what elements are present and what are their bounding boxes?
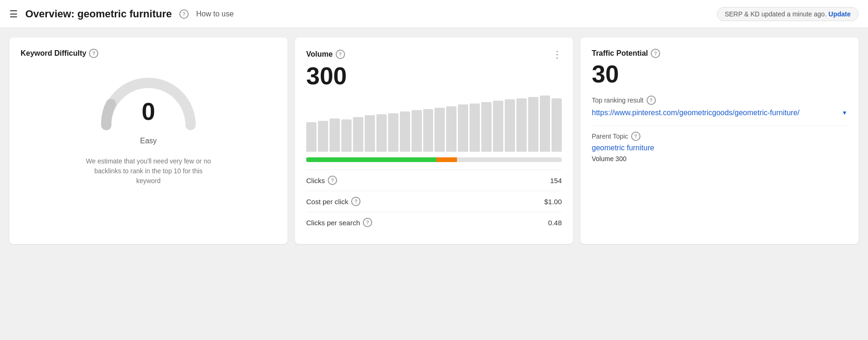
gauge-container: 0: [97, 71, 200, 132]
menu-icon[interactable]: ☰: [9, 8, 18, 20]
bar-chart-bar: [540, 96, 550, 152]
tp-divider: [592, 126, 847, 126]
cps-label: Clicks per search ?: [306, 218, 372, 227]
cps-help-icon[interactable]: ?: [363, 218, 372, 227]
cpc-help-icon[interactable]: ?: [351, 197, 360, 206]
volume-card-header: Volume ? ⋮: [306, 49, 562, 60]
clicks-label: Clicks ?: [306, 176, 337, 185]
top-ranking-dropdown-icon[interactable]: ▼: [842, 109, 847, 117]
kd-score: 0: [142, 99, 155, 124]
bar-chart-bar: [376, 114, 387, 152]
top-ranking-link-container: https://www.pinterest.com/geometricgoods…: [592, 108, 847, 118]
tp-title: Traffic Potential: [592, 49, 648, 58]
cpc-value: $1.00: [544, 198, 562, 206]
tp-number: 30: [592, 62, 847, 86]
volume-card: Volume ? ⋮ 300 Clicks ? 154 Cost per cli…: [295, 37, 573, 244]
bar-chart-bar: [330, 118, 340, 152]
bar-chart-bar: [493, 101, 503, 152]
cps-value: 0.48: [548, 219, 562, 227]
bar-chart-bar: [388, 113, 398, 152]
parent-topic-link[interactable]: geometric furniture: [592, 144, 847, 152]
kd-title: Keyword Difficulty: [21, 49, 86, 58]
bar-chart-bar: [505, 99, 515, 152]
tp-help-icon[interactable]: ?: [651, 49, 660, 58]
update-notice-text: SERP & KD updated a minute ago.: [725, 10, 827, 18]
volume-help-icon[interactable]: ?: [336, 50, 345, 59]
metric-row-cps: Clicks per search ? 0.48: [306, 212, 562, 233]
metric-row-clicks: Clicks ? 154: [306, 170, 562, 191]
top-ranking-help-icon[interactable]: ?: [647, 96, 656, 105]
volume-bar-chart: [306, 96, 562, 152]
bar-chart-bar: [353, 117, 363, 152]
title-help-icon[interactable]: ?: [179, 9, 189, 19]
parent-topic-label: Parent Topic ?: [592, 132, 847, 141]
cpc-label: Cost per click ?: [306, 197, 360, 206]
parent-topic-help-icon[interactable]: ?: [631, 132, 640, 141]
kd-help-icon[interactable]: ?: [89, 49, 98, 58]
top-ranking-url[interactable]: https://www.pinterest.com/geometricgoods…: [592, 108, 840, 118]
how-to-use-link[interactable]: How to use: [196, 10, 234, 18]
bar-chart-bar: [446, 106, 456, 152]
click-bar-orange: [436, 157, 457, 162]
kd-description: We estimate that you'll need very few or…: [83, 156, 214, 186]
metric-row-cpc: Cost per click ? $1.00: [306, 191, 562, 212]
click-bar-container: [306, 157, 562, 162]
click-bar-green: [306, 157, 436, 162]
clicks-value: 154: [550, 177, 562, 185]
metrics-table: Clicks ? 154 Cost per click ? $1.00 Clic…: [306, 170, 562, 233]
clicks-help-icon[interactable]: ?: [328, 176, 337, 185]
page-title: Overview: geometric furniture: [25, 8, 172, 20]
kd-card-header: Keyword Difficulty ?: [21, 49, 276, 58]
kd-label: Easy: [140, 137, 157, 145]
update-notice: SERP & KD updated a minute ago. Update: [717, 7, 859, 21]
bar-chart-bar: [458, 104, 468, 152]
traffic-potential-card: Traffic Potential ? 30 Top ranking resul…: [581, 37, 859, 244]
bar-chart-bar: [306, 122, 316, 152]
bar-chart-bar: [423, 109, 434, 152]
bar-chart-bar: [516, 98, 527, 152]
tp-card-header: Traffic Potential ?: [592, 49, 847, 58]
bar-chart-bar: [552, 98, 562, 152]
parent-volume: Volume 300: [592, 155, 847, 163]
bar-chart-bar: [470, 103, 480, 152]
keyword-difficulty-card: Keyword Difficulty ? 0 Easy We estimate …: [9, 37, 287, 244]
bar-chart-bar: [528, 97, 538, 152]
header: ☰ Overview: geometric furniture ? How to…: [0, 0, 868, 28]
volume-title: Volume: [306, 50, 333, 59]
volume-menu-icon[interactable]: ⋮: [552, 49, 562, 60]
bar-chart-bar: [481, 102, 492, 152]
bar-chart-bar: [412, 110, 422, 152]
bar-chart-bar: [341, 119, 352, 152]
main-content: Keyword Difficulty ? 0 Easy We estimate …: [0, 28, 868, 253]
bar-chart-bar: [400, 111, 410, 152]
volume-number: 300: [306, 64, 562, 88]
bar-chart-bar: [434, 108, 445, 152]
top-ranking-label: Top ranking result ?: [592, 96, 847, 105]
update-button[interactable]: Update: [829, 10, 851, 18]
bar-chart-bar: [318, 121, 328, 152]
bar-chart-bar: [365, 115, 375, 152]
